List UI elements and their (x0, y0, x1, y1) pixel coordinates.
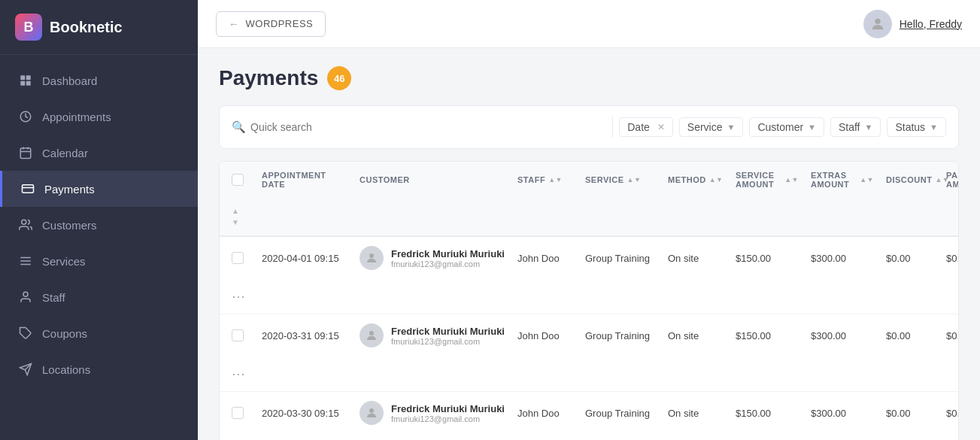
td-extras-amount-0: $300.00 (805, 244, 880, 273)
th-discount: DISCOUNT ▲▼ (880, 162, 940, 198)
main-content: ← WORDPRESS Hello, Freddy Payments 46 🔍 … (198, 0, 980, 440)
status-filter-label: Status (895, 121, 925, 133)
td-service-amount-2: $150.00 (730, 399, 805, 428)
customer-chevron-icon: ▼ (808, 123, 816, 132)
sidebar-item-label-dashboard: Dashboard (42, 74, 97, 87)
sidebar-item-dashboard[interactable]: Dashboard (0, 62, 198, 99)
date-filter[interactable]: Date ✕ (619, 117, 673, 137)
staff-filter[interactable]: Staff ▼ (830, 117, 881, 137)
locations-icon (18, 362, 33, 377)
sidebar-item-label-coupons: Coupons (42, 327, 87, 340)
td-appt-date-0: 2020-04-01 09:15 (256, 244, 353, 273)
td-staff-2: John Doo (511, 399, 579, 428)
service-amount-sort-icon[interactable]: ▲▼ (784, 176, 799, 184)
svg-point-22 (369, 408, 374, 413)
user-avatar (863, 10, 892, 38)
td-more-1: ⋯ (226, 357, 256, 391)
sidebar-item-calendar[interactable]: Calendar (0, 135, 198, 171)
sidebar-item-locations[interactable]: Locations (0, 351, 198, 387)
td-checkbox-0 (226, 243, 256, 273)
staff-icon (18, 290, 33, 305)
sidebar-item-payments[interactable]: Payments (0, 171, 198, 207)
row-checkbox-1[interactable] (232, 329, 244, 341)
td-paid-amount-2: $0.00 (940, 399, 959, 428)
svg-point-15 (23, 292, 28, 296)
search-input[interactable] (250, 121, 356, 133)
more-options-btn-1[interactable]: ⋯ (232, 366, 245, 381)
td-discount-2: $0.00 (880, 399, 940, 428)
th-appt-date: APPOINTMENT DATE (256, 162, 353, 198)
customer-filter-label: Customer (757, 121, 803, 133)
td-paid-amount-1: $0.00 (940, 321, 959, 350)
td-customer-0: Fredrick Muriuki Muriuki fmuriuki123@gma… (353, 237, 511, 279)
service-sort-icon[interactable]: ▲▼ (627, 176, 642, 184)
customer-name-0: Fredrick Muriuki Muriuki (391, 248, 505, 259)
table-row: 2020-04-01 09:15 Fredrick Muriuki Muriuk… (220, 237, 958, 314)
sidebar-item-customers[interactable]: Customers (0, 207, 198, 243)
row-checkbox-2[interactable] (232, 407, 244, 419)
filter-separator (612, 117, 613, 138)
logo-text: Booknetic (50, 19, 123, 36)
td-checkbox-1 (226, 320, 256, 350)
service-filter[interactable]: Service ▼ (679, 117, 744, 137)
method-sort-icon[interactable]: ▲▼ (709, 176, 724, 184)
th-staff-label: STAFF (517, 175, 545, 184)
search-wrap: 🔍 (232, 120, 606, 134)
td-customer-2: Fredrick Muriuki Muriuki fmuriuki123@gma… (353, 392, 511, 434)
td-service-0: Group Training (579, 244, 662, 273)
scroll-down-icon[interactable]: ▼ (232, 218, 239, 226)
wordpress-label: WORDPRESS (246, 18, 314, 29)
more-options-btn-0[interactable]: ⋯ (232, 289, 245, 304)
staff-chevron-icon: ▼ (865, 123, 873, 132)
th-checkbox (226, 162, 256, 198)
th-paid-amount-label: PAID AMOUNT (946, 171, 959, 189)
sidebar-item-label-staff: Staff (42, 291, 65, 304)
sidebar-item-appointments[interactable]: Appointments (0, 99, 198, 135)
payments-table: APPOINTMENT DATE CUSTOMER STAFF ▲▼ SERVI… (219, 161, 959, 440)
user-area[interactable]: Hello, Freddy (863, 10, 962, 38)
table-body: 2020-04-01 09:15 Fredrick Muriuki Muriuk… (220, 237, 958, 440)
sidebar-item-label-payments: Payments (44, 183, 95, 196)
th-actions: ▲ ▼ (226, 198, 256, 235)
td-method-1: On site (662, 321, 730, 350)
svg-rect-3 (26, 81, 31, 86)
customer-email-2: fmuriuki123@gmail.com (391, 414, 505, 423)
staff-sort-icon[interactable]: ▲▼ (548, 176, 563, 184)
th-service: SERVICE ▲▼ (579, 162, 662, 198)
extras-sort-icon[interactable]: ▲▼ (860, 176, 874, 184)
table-row: 2020-03-31 09:15 Fredrick Muriuki Muriuk… (220, 314, 958, 392)
td-method-2: On site (662, 399, 730, 428)
svg-point-21 (369, 331, 374, 335)
td-extras-amount-2: $300.00 (805, 399, 880, 428)
th-paid-amount: PAID AMOUNT ▲▼ (940, 162, 959, 198)
th-customer-label: CUSTOMER (360, 175, 410, 184)
row-checkbox-0[interactable] (232, 252, 244, 264)
wordpress-button[interactable]: ← WORDPRESS (216, 11, 326, 37)
select-all-checkbox[interactable] (232, 174, 244, 186)
sidebar-item-label-appointments: Appointments (42, 111, 111, 123)
date-label: Date (627, 121, 650, 133)
sidebar-item-label-customers: Customers (42, 219, 97, 232)
service-chevron-icon: ▼ (727, 123, 736, 132)
td-appt-date-1: 2020-03-31 09:15 (256, 321, 353, 350)
sidebar-item-services[interactable]: Services (0, 243, 198, 279)
th-service-amount: SERVICE AMOUNT ▲▼ (730, 162, 805, 198)
sidebar-item-coupons[interactable]: Coupons (0, 315, 198, 351)
td-service-2: Group Training (579, 399, 662, 428)
td-extras-amount-1: $300.00 (805, 321, 880, 350)
scroll-up-icon[interactable]: ▲ (232, 207, 239, 215)
sidebar-item-staff[interactable]: Staff (0, 279, 198, 315)
service-filter-label: Service (687, 121, 723, 133)
sidebar-logo: B Booknetic (0, 0, 198, 55)
td-service-amount-0: $150.00 (730, 244, 805, 273)
sidebar-nav: Dashboard Appointments Calendar Payments… (0, 55, 198, 440)
table-row: 2020-03-30 09:15 Fredrick Muriuki Muriuk… (220, 392, 958, 440)
svg-rect-2 (20, 81, 25, 86)
th-method: METHOD ▲▼ (662, 162, 730, 198)
status-filter[interactable]: Status ▼ (887, 117, 946, 137)
date-clear-icon[interactable]: ✕ (657, 122, 665, 132)
td-staff-1: John Doo (511, 321, 579, 350)
customer-filter[interactable]: Customer ▼ (749, 117, 824, 137)
svg-rect-5 (20, 148, 31, 159)
th-service-label: SERVICE (585, 175, 624, 184)
